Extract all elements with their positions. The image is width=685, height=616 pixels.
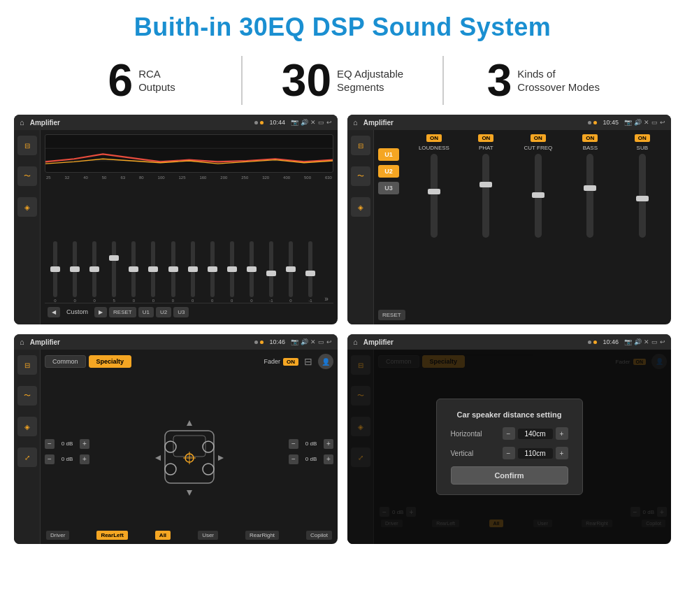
- eq-slider-9[interactable]: 0: [203, 241, 222, 303]
- wave-btn[interactable]: 〜: [17, 166, 37, 186]
- cutfreq-label: CUT FREQ: [524, 145, 552, 151]
- vertical-minus[interactable]: −: [503, 447, 515, 459]
- phat-on[interactable]: ON: [478, 134, 493, 142]
- tab-specialty-3[interactable]: Specialty: [89, 355, 132, 368]
- db-control-1: − 0 dB +: [45, 439, 89, 449]
- back-icon-3[interactable]: ↩: [326, 338, 332, 345]
- svg-marker-14: [155, 455, 161, 461]
- horizontal-plus[interactable]: +: [556, 427, 568, 440]
- left-channels: − 0 dB + − 0 dB +: [45, 439, 89, 464]
- all-btn[interactable]: All: [155, 531, 171, 540]
- vertical-plus[interactable]: +: [556, 447, 568, 459]
- phat-slider[interactable]: [482, 154, 489, 238]
- loudness-on[interactable]: ON: [426, 134, 442, 142]
- db-minus-4[interactable]: −: [289, 454, 298, 464]
- rearleft-btn[interactable]: RearLeft: [96, 531, 127, 540]
- home-icon-2[interactable]: ⌂: [353, 118, 358, 127]
- status-icons-4: 📷 🔊 ✕ ▭ ↩: [624, 338, 665, 345]
- more-icon[interactable]: »: [321, 295, 332, 303]
- eq-slider-4[interactable]: 5: [105, 241, 123, 303]
- profile-icon[interactable]: 👤: [318, 354, 333, 369]
- copilot-btn[interactable]: Copilot: [306, 531, 332, 540]
- preset-u3[interactable]: U3: [378, 182, 399, 194]
- amp-wave-btn[interactable]: 〜: [351, 166, 370, 186]
- reset-btn-1[interactable]: RESET: [109, 307, 136, 317]
- channel-sliders: ON LOUDNESS ON PHAT ON: [410, 134, 667, 320]
- screen-eq: ⌂ Amplifier 10:44 📷 🔊 ✕ ▭ ↩ ⊟ 〜 ◈: [14, 115, 338, 324]
- u1-btn[interactable]: U1: [138, 307, 154, 317]
- db-plus-2[interactable]: +: [80, 454, 89, 464]
- prev-btn[interactable]: ◀: [48, 307, 60, 317]
- stat-crossover-label: Kinds of Crossover Modes: [517, 67, 600, 94]
- sliders-icon[interactable]: ⊟: [304, 356, 312, 367]
- bass-slider[interactable]: [586, 154, 593, 238]
- home-icon-4[interactable]: ⌂: [353, 338, 358, 346]
- horizontal-control: − 140cm +: [503, 427, 568, 440]
- eq-slider-10[interactable]: 0: [223, 241, 241, 303]
- u3-btn[interactable]: U3: [173, 307, 189, 317]
- dot-c: [254, 341, 258, 344]
- screen-fader: ⌂ Amplifier 10:46 📷 🔊 ✕ ▭ ↩ ⊟ 〜 ◈ ⤢: [14, 334, 338, 544]
- db-minus-1[interactable]: −: [45, 439, 55, 449]
- screen1-content: ⊟ 〜 ◈ 2: [14, 130, 338, 324]
- eq-slider-2[interactable]: 0: [66, 241, 84, 303]
- u2-btn[interactable]: U2: [156, 307, 171, 317]
- tab-common-3[interactable]: Common: [45, 355, 86, 368]
- eq-slider-7[interactable]: 0: [164, 241, 182, 303]
- fader-eq-btn[interactable]: ⊟: [17, 355, 37, 375]
- db-minus-3[interactable]: −: [289, 439, 298, 449]
- eq-slider-8[interactable]: 0: [184, 241, 202, 303]
- db-plus-3[interactable]: +: [324, 439, 333, 449]
- fader-wave-btn[interactable]: 〜: [17, 386, 37, 406]
- driver-btn[interactable]: Driver: [46, 531, 69, 540]
- amp-speaker-btn[interactable]: ◈: [351, 197, 370, 217]
- fader-speaker-btn[interactable]: ◈: [17, 417, 37, 436]
- eq-btn[interactable]: ⊟: [17, 136, 37, 155]
- db-minus-2[interactable]: −: [45, 454, 55, 464]
- home-icon-1[interactable]: ⌂: [20, 118, 24, 127]
- camera-icon: 📷: [291, 119, 298, 126]
- back-icon-2[interactable]: ↩: [660, 119, 665, 126]
- confirm-button[interactable]: Confirm: [451, 466, 568, 485]
- eq-slider-11[interactable]: 0: [243, 241, 261, 303]
- eq-slider-12[interactable]: -1: [262, 241, 280, 303]
- eq-sliders[interactable]: 0 0 0 5 0 0 0 0 0 0 0 -1 0 -1 »: [45, 182, 333, 303]
- status-icons-3: 📷 🔊 ✕ ▭ ↩: [291, 338, 332, 345]
- eq-slider-3[interactable]: 0: [85, 241, 103, 303]
- back-icon-4[interactable]: ↩: [660, 338, 665, 345]
- user-btn-3[interactable]: User: [198, 531, 218, 540]
- db-plus-1[interactable]: +: [80, 439, 89, 449]
- amp-eq-btn[interactable]: ⊟: [351, 136, 370, 155]
- sub-on[interactable]: ON: [635, 134, 650, 142]
- cutfreq-on[interactable]: ON: [531, 134, 546, 142]
- eq-slider-14[interactable]: -1: [301, 241, 319, 303]
- play-btn[interactable]: ▶: [94, 307, 107, 317]
- rect-icon-4: ▭: [651, 338, 658, 345]
- eq-slider-5[interactable]: 0: [124, 241, 143, 303]
- eq-slider-1[interactable]: 0: [46, 241, 64, 303]
- bass-on[interactable]: ON: [582, 134, 598, 142]
- screen2-content: ⊟ 〜 ◈ U1 U2 U3 RESET: [347, 130, 671, 324]
- fader-expand-btn[interactable]: ⤢: [17, 447, 37, 467]
- preset-u2[interactable]: U2: [378, 165, 399, 178]
- speaker-btn[interactable]: ◈: [17, 197, 37, 217]
- back-icon[interactable]: ↩: [326, 119, 332, 126]
- phat-label: PHAT: [479, 145, 493, 151]
- col-bass: ON BASS: [565, 134, 614, 320]
- fader-on-badge[interactable]: ON: [283, 358, 298, 366]
- col-phat: ON PHAT: [461, 134, 510, 320]
- db-plus-4[interactable]: +: [324, 454, 333, 464]
- status-icons-2: 📷 🔊 ✕ ▭ ↩: [624, 119, 665, 126]
- horizontal-minus[interactable]: −: [503, 427, 515, 440]
- eq-slider-6[interactable]: 0: [144, 241, 162, 303]
- loudness-slider[interactable]: [431, 154, 438, 238]
- preset-u1[interactable]: U1: [378, 148, 399, 161]
- reset-btn-2[interactable]: RESET: [378, 310, 405, 320]
- home-icon-3[interactable]: ⌂: [20, 338, 24, 346]
- eq-slider-13[interactable]: 0: [282, 241, 300, 303]
- sub-slider[interactable]: [639, 154, 646, 238]
- rearright-btn[interactable]: RearRight: [245, 531, 279, 540]
- cutfreq-slider[interactable]: [535, 154, 542, 238]
- indicator-dots-3: [254, 341, 264, 344]
- eq-graph: [45, 134, 333, 173]
